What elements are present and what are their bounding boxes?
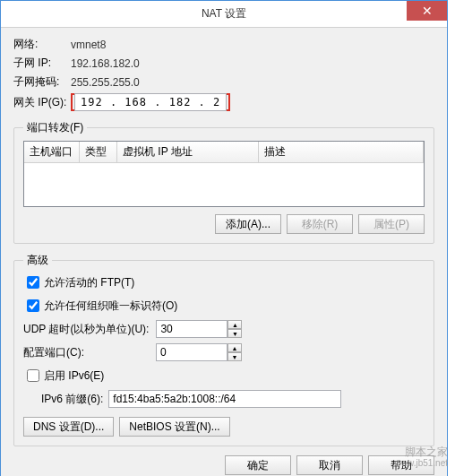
config-port-input[interactable] [156, 343, 228, 361]
allow-oui-row: 允许任何组织唯一标识符(O) [23, 297, 425, 315]
network-value: vmnet8 [71, 39, 106, 51]
port-forward-buttons: 添加(A)... 移除(R) 属性(P) [23, 214, 425, 234]
dialog-buttons: 确定 取消 帮助 [13, 455, 434, 475]
subnet-row: 子网 IP: 192.168.182.0 [13, 56, 434, 71]
mask-value: 255.255.255.0 [71, 76, 140, 89]
network-row: 网络: vmnet8 [13, 37, 434, 52]
help-button[interactable]: 帮助 [368, 455, 434, 475]
dns-settings-button[interactable]: DNS 设置(D)... [23, 417, 114, 437]
col-vm-ip[interactable]: 虚拟机 IP 地址 [117, 142, 259, 162]
config-port-label: 配置端口(C): [23, 345, 84, 360]
properties-button: 属性(P) [358, 214, 425, 234]
col-host-port[interactable]: 主机端口 [24, 142, 80, 162]
mask-label: 子网掩码: [13, 74, 71, 90]
allow-oui-checkbox[interactable] [27, 299, 39, 312]
enable-ipv6-checkbox[interactable] [27, 369, 39, 382]
gateway-label: 网关 IP(G): [13, 95, 71, 110]
config-port-down-icon[interactable]: ▼ [228, 352, 242, 361]
udp-timeout-input[interactable] [156, 320, 228, 338]
allow-ftp-row: 允许活动的 FTP(T) [23, 273, 425, 291]
advanced-legend: 高级 [23, 253, 52, 268]
ipv6-prefix-input[interactable] [108, 390, 341, 408]
ipv6-prefix-label: IPv6 前缀(6): [41, 392, 103, 407]
config-port-up-icon[interactable]: ▲ [228, 343, 242, 352]
udp-timeout-row: UDP 超时(以秒为单位)(U): ▲ ▼ [23, 320, 425, 338]
port-forward-legend: 端口转发(F) [23, 120, 87, 135]
cancel-button[interactable]: 取消 [296, 455, 363, 475]
col-desc[interactable]: 描述 [259, 142, 424, 162]
allow-ftp-label: 允许活动的 FTP(T) [44, 275, 134, 290]
gateway-ip-input[interactable]: 192 . 168 . 182 . 2 [74, 93, 227, 111]
udp-timeout-up-icon[interactable]: ▲ [228, 320, 242, 329]
subnet-value: 192.168.182.0 [71, 57, 140, 70]
table-header: 主机端口 类型 虚拟机 IP 地址 描述 [24, 142, 424, 163]
titlebar: NAT 设置 ✕ [1, 1, 447, 28]
enable-ipv6-row: 启用 IPv6(E) [23, 367, 425, 385]
advanced-buttons: DNS 设置(D)... NetBIOS 设置(N)... [23, 417, 425, 437]
window-title: NAT 设置 [202, 6, 246, 22]
allow-ftp-checkbox[interactable] [27, 276, 39, 289]
udp-timeout-down-icon[interactable]: ▼ [228, 329, 242, 338]
config-port-row: 配置端口(C): ▲ ▼ [23, 343, 425, 361]
close-button[interactable]: ✕ [407, 1, 447, 21]
ipv6-prefix-row: IPv6 前缀(6): [41, 390, 425, 408]
port-forward-group: 端口转发(F) 主机端口 类型 虚拟机 IP 地址 描述 添加(A)... 移除… [13, 120, 434, 244]
allow-oui-label: 允许任何组织唯一标识符(O) [44, 299, 177, 314]
udp-timeout-label: UDP 超时(以秒为单位)(U): [23, 322, 149, 337]
gateway-row: 网关 IP(G): 192 . 168 . 182 . 2 [13, 93, 434, 111]
mask-row: 子网掩码: 255.255.255.0 [13, 74, 434, 90]
dialog-body: 网络: vmnet8 子网 IP: 192.168.182.0 子网掩码: 25… [1, 28, 447, 476]
gateway-highlight-box: 192 . 168 . 182 . 2 [71, 93, 230, 111]
netbios-settings-button[interactable]: NetBIOS 设置(N)... [119, 417, 229, 437]
col-type[interactable]: 类型 [80, 142, 117, 162]
enable-ipv6-label: 启用 IPv6(E) [44, 368, 104, 384]
remove-button: 移除(R) [287, 214, 353, 234]
network-label: 网络: [13, 37, 71, 52]
port-forward-table[interactable]: 主机端口 类型 虚拟机 IP 地址 描述 [23, 141, 425, 207]
nat-settings-dialog: NAT 设置 ✕ 网络: vmnet8 子网 IP: 192.168.182.0… [0, 0, 448, 476]
ok-button[interactable]: 确定 [225, 455, 291, 475]
advanced-group: 高级 允许活动的 FTP(T) 允许任何组织唯一标识符(O) UDP 超时(以秒… [13, 253, 434, 446]
subnet-label: 子网 IP: [13, 56, 71, 71]
add-button[interactable]: 添加(A)... [215, 214, 281, 234]
